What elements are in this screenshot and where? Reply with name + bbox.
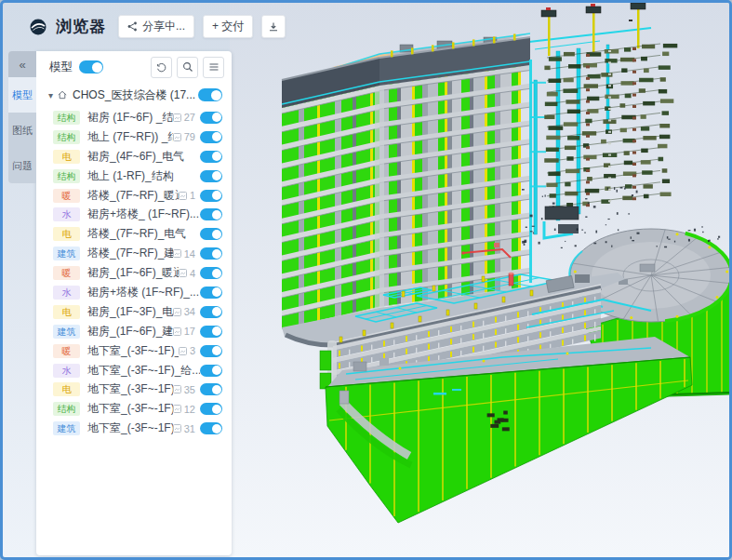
share-icon	[127, 21, 138, 32]
discipline-badge: 结构	[53, 111, 80, 125]
sheet-count-icon	[179, 347, 187, 355]
sheet-count-icon	[173, 249, 181, 258]
tree-item[interactable]: 电裙房_(1F~3F)_电气34	[36, 302, 232, 322]
sheet-count: 35	[173, 384, 195, 395]
sheet-count-icon	[179, 192, 187, 200]
tree-item[interactable]: 暖裙房_(1F~6F)_暖通4	[36, 263, 232, 283]
model-tree-panel: 模型 ▾	[36, 51, 232, 555]
tree-item[interactable]: 建筑裙房_(1F~6F)_建筑17	[36, 322, 232, 341]
sheet-count-icon	[173, 133, 181, 141]
deliver-button-label: + 交付	[212, 19, 244, 34]
discipline-badge: 电	[53, 227, 80, 241]
discipline-badge: 电	[53, 150, 80, 164]
tree-item[interactable]: 暖地下室_(-3F~-1F)_暖通3	[36, 341, 232, 361]
visibility-toggle[interactable]	[200, 422, 222, 434]
visibility-toggle[interactable]	[200, 247, 222, 260]
tree-item[interactable]: 建筑地下室_(-3F~-1F)_建筑31	[36, 419, 232, 438]
top-toolbar: 浏览器 分享中... + 交付	[29, 15, 286, 38]
side-rail: « 模型 图纸 问题	[8, 51, 36, 183]
sheet-count: 31	[173, 423, 195, 434]
visibility-toggle[interactable]	[200, 151, 222, 163]
tab-model[interactable]: 模型	[8, 77, 36, 113]
sheet-count-icon	[173, 424, 181, 433]
root-model-name: CHOS_医技综合楼 (17...	[73, 87, 198, 103]
model-name: 裙房_(1F~3F)_电气	[87, 304, 173, 320]
search-button[interactable]	[177, 57, 198, 78]
root-visibility-toggle[interactable]	[198, 88, 222, 101]
sheet-count: 17	[173, 326, 195, 337]
tree-root-node[interactable]: ▾ CHOS_医技综合楼 (17...	[36, 85, 232, 105]
discipline-badge: 结构	[53, 402, 80, 416]
sheet-count-icon	[173, 113, 181, 122]
discipline-badge: 建筑	[53, 421, 80, 435]
model-name: 裙房 (1F~6F) _结构...	[87, 110, 173, 126]
model-name: 裙房_(1F~6F)_暖通	[87, 265, 179, 281]
tree-item[interactable]: 结构地下室_(-3F~-1F)_结构12	[36, 399, 232, 419]
tree-item[interactable]: 建筑塔楼_(7F~RF)_建筑14	[36, 244, 232, 263]
model-master-toggle[interactable]	[79, 60, 103, 73]
download-icon	[268, 21, 279, 33]
visibility-toggle[interactable]	[200, 170, 222, 182]
visibility-toggle[interactable]	[200, 383, 222, 395]
sheet-count-icon	[173, 327, 181, 336]
discipline-badge: 结构	[53, 130, 80, 144]
sheet-count: 1	[179, 190, 195, 201]
discipline-badge: 暖	[53, 189, 80, 203]
visibility-toggle[interactable]	[200, 306, 222, 318]
tab-issues[interactable]: 问题	[8, 148, 36, 183]
collapse-panel-button[interactable]: «	[8, 51, 36, 77]
tree-item[interactable]: 结构裙房 (1F~6F) _结构...27	[36, 108, 232, 127]
model-name: 地上 (7F~RF)) _结构...	[87, 129, 173, 145]
model-name: 塔楼_(7F~RF)_建筑	[87, 246, 173, 261]
deliver-button[interactable]: + 交付	[203, 15, 253, 38]
share-button-label: 分享中...	[142, 19, 185, 34]
visibility-toggle[interactable]	[200, 326, 222, 338]
viewport-3d-canvas[interactable]	[230, 3, 732, 557]
tree-item[interactable]: 水裙房+塔楼 (1F~RF)_...	[36, 283, 232, 302]
visibility-toggle[interactable]	[200, 208, 222, 220]
download-button[interactable]	[261, 15, 286, 38]
menu-button[interactable]	[203, 57, 224, 78]
tree-item[interactable]: 水地下室_(-3F~-1F)_给...	[36, 361, 232, 380]
visibility-toggle[interactable]	[200, 131, 222, 143]
visibility-toggle[interactable]	[200, 345, 222, 357]
menu-icon	[208, 61, 220, 73]
panel-header: 模型	[36, 51, 232, 83]
visibility-toggle[interactable]	[200, 403, 222, 415]
model-name: 塔楼_(7F~RF)_暖通	[87, 188, 179, 204]
visibility-toggle[interactable]	[200, 112, 222, 124]
bim-viewer-window: 浏览器 分享中... + 交付 « 模型 图纸 问题	[0, 0, 732, 560]
sheet-count: 79	[173, 131, 195, 142]
search-icon	[182, 61, 193, 73]
sheet-count: 14	[173, 248, 195, 260]
model-name: 地下室_(-3F~-1F)_电气	[87, 381, 173, 397]
visibility-toggle[interactable]	[200, 287, 222, 299]
tree-item[interactable]: 电塔楼_(7F~RF)_电气	[36, 224, 232, 244]
discipline-badge: 建筑	[53, 247, 80, 260]
visibility-toggle[interactable]	[200, 190, 222, 202]
share-button[interactable]: 分享中...	[118, 15, 194, 38]
tree-item[interactable]: 水裙房+塔楼_ (1F~RF)...	[36, 205, 232, 224]
visibility-toggle[interactable]	[200, 365, 222, 377]
discipline-badge: 水	[53, 286, 80, 300]
visibility-toggle[interactable]	[200, 267, 222, 279]
tree-item[interactable]: 结构地上 (1-RF)_结构	[36, 167, 232, 186]
model-name: 地下室_(-3F~-1F)_给...	[87, 363, 200, 379]
tree-item[interactable]: 电裙房_(4F~6F)_电气	[36, 147, 232, 167]
visibility-toggle[interactable]	[200, 228, 222, 240]
tree-item[interactable]: 结构地上 (7F~RF)) _结构...79	[36, 127, 232, 147]
sheet-count-icon	[179, 269, 187, 277]
home-icon	[57, 89, 68, 100]
tree-item[interactable]: 电地下室_(-3F~-1F)_电气35	[36, 380, 232, 399]
discipline-badge: 暖	[53, 266, 80, 280]
sheet-count: 34	[173, 306, 195, 317]
caret-down-icon[interactable]: ▾	[48, 90, 53, 100]
sheet-count-icon	[173, 308, 181, 316]
panel-header-label: 模型	[49, 60, 73, 75]
sheet-count: 27	[173, 112, 195, 123]
model-name: 地下室_(-3F~-1F)_结构	[87, 401, 173, 417]
tree-item[interactable]: 暖塔楼_(7F~RF)_暖通1	[36, 186, 232, 206]
tab-drawings[interactable]: 图纸	[8, 113, 36, 148]
view-history-button[interactable]	[151, 57, 172, 78]
history-icon	[155, 61, 167, 73]
